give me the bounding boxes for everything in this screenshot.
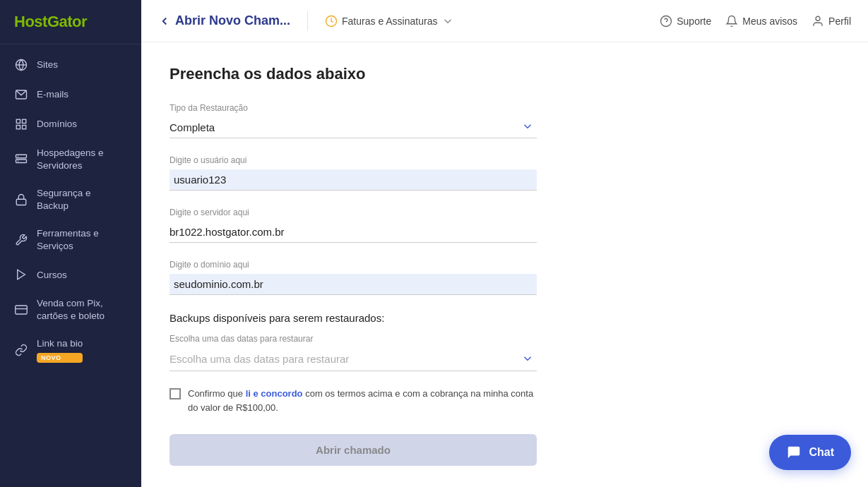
server-icon	[14, 152, 28, 167]
chat-label: Chat	[809, 446, 834, 459]
svg-rect-4	[23, 119, 26, 123]
sidebar-item-label-domains: Domínios	[37, 118, 77, 131]
back-arrow-icon	[158, 15, 171, 28]
lock-icon	[14, 193, 28, 207]
svg-rect-6	[16, 126, 20, 129]
layout-icon	[14, 117, 28, 131]
sidebar-item-label-courses: Cursos	[37, 269, 67, 282]
svg-rect-13	[16, 306, 28, 314]
servidor-group: Digite o servidor aqui	[170, 208, 537, 243]
terms-row: Confirmo que li e concordo com os termos…	[170, 387, 537, 414]
svg-point-9	[18, 155, 19, 157]
support-button[interactable]: Suporte	[660, 15, 711, 28]
sidebar-item-pix[interactable]: Venda com Pix, cartões e boleto	[0, 289, 141, 330]
sidebar-item-label-sites: Sites	[37, 59, 58, 71]
notifications-button[interactable]: Meus avisos	[725, 15, 797, 28]
billing-icon	[325, 15, 338, 28]
servidor-input[interactable]	[170, 222, 537, 242]
dominio-group: Digite o domínio aqui	[170, 260, 537, 295]
sidebar-item-hosting[interactable]: Hospedagens e Servidores	[0, 139, 141, 179]
main-content: Preencha os dados abaixo Tipo da Restaur…	[141, 42, 868, 487]
tipo-label: Tipo da Restauração	[170, 103, 537, 113]
bell-icon	[725, 15, 738, 28]
page-title: Preencha os dados abaixo	[170, 65, 840, 83]
sidebar-logo: HostGator	[0, 0, 141, 44]
tipo-group: Tipo da Restauração Completa	[170, 103, 537, 138]
play-icon	[14, 267, 28, 282]
user-icon	[811, 15, 824, 28]
servidor-input-wrap	[170, 222, 537, 243]
billing-menu[interactable]: Faturas e Assinaturas	[325, 15, 454, 28]
sidebar-item-linkbio[interactable]: Link na bio NOVO	[0, 330, 141, 371]
sidebar-item-emails[interactable]: E-mails	[0, 80, 141, 109]
date-select-inner[interactable]: Escolha uma das datas para restaurar	[170, 347, 537, 371]
svg-rect-3	[16, 119, 20, 123]
topnav: Abrir Novo Cham... Faturas e Assinaturas…	[141, 0, 868, 42]
form-section: Tipo da Restauração Completa Digite o us…	[170, 103, 537, 466]
usuario-group: Digite o usuário aqui	[170, 155, 537, 191]
sidebar-item-label-security: Segurança e Backup	[37, 187, 91, 212]
terms-link[interactable]: li e concordo	[246, 388, 303, 399]
sidebar-item-tools[interactable]: Ferramentas e Serviços	[0, 220, 141, 260]
sidebar-item-label-tools: Ferramentas e Serviços	[37, 227, 99, 252]
chat-button[interactable]: Chat	[769, 435, 851, 470]
main-area: Abrir Novo Cham... Faturas e Assinaturas…	[141, 0, 868, 487]
svg-rect-11	[16, 199, 26, 205]
chat-icon	[786, 445, 802, 460]
servidor-label: Digite o servidor aqui	[170, 208, 537, 217]
date-chevron-icon	[521, 352, 534, 365]
sidebar-item-sites[interactable]: Sites	[0, 50, 141, 80]
sidebar-nav: Sites E-mails Domínios Hospedagens e Ser…	[0, 44, 141, 487]
billing-label: Faturas e Assinaturas	[342, 16, 437, 27]
mail-icon	[14, 88, 28, 102]
dominio-input[interactable]	[170, 274, 537, 294]
profile-button[interactable]: Perfil	[811, 15, 851, 28]
usuario-label: Digite o usuário aqui	[170, 155, 537, 165]
profile-label: Perfil	[828, 16, 851, 27]
dominio-input-wrap	[170, 274, 537, 295]
sidebar-item-label-pix: Venda com Pix, cartões e boleto	[37, 297, 105, 322]
backups-title: Backups disponíveis para serem restaurad…	[170, 312, 537, 324]
topnav-title: Abrir Novo Cham...	[175, 13, 290, 28]
topnav-right: Suporte Meus avisos Perfil	[660, 15, 851, 28]
creditcard-icon	[14, 303, 28, 317]
sidebar-item-domains[interactable]: Domínios	[0, 109, 141, 139]
back-button[interactable]: Abrir Novo Cham...	[158, 13, 290, 28]
terms-text: Confirmo que li e concordo com os termos…	[188, 387, 537, 414]
billing-chevron-icon	[441, 15, 454, 28]
submit-button[interactable]: Abrir chamado	[170, 434, 537, 466]
sidebar-item-label-hosting: Hospedagens e Servidores	[37, 147, 104, 172]
usuario-input-wrap	[170, 169, 537, 191]
svg-rect-5	[23, 126, 26, 129]
sidebar-item-security[interactable]: Segurança e Backup	[0, 179, 141, 220]
notifications-label: Meus avisos	[742, 16, 797, 27]
sidebar: HostGator Sites E-mails Domínios	[0, 0, 141, 487]
svg-point-10	[18, 160, 19, 162]
submit-btn-wrap: Abrir chamado	[170, 434, 537, 466]
support-icon	[660, 15, 672, 28]
svg-point-16	[661, 16, 672, 26]
terms-checkbox[interactable]	[170, 388, 181, 399]
novo-badge: NOVO	[37, 353, 83, 363]
tipo-select[interactable]: Completa	[170, 117, 537, 138]
svg-point-18	[816, 16, 820, 20]
sidebar-item-label-emails: E-mails	[37, 88, 69, 101]
tipo-select-wrap: Completa	[170, 117, 537, 138]
link-icon	[14, 343, 28, 357]
date-select-wrap[interactable]: Escolha uma das datas para restaurar Esc…	[170, 334, 537, 371]
svg-marker-12	[18, 270, 25, 280]
date-select-label: Escolha uma das datas para restaurar	[170, 334, 537, 344]
dominio-label: Digite o domínio aqui	[170, 260, 537, 270]
usuario-input[interactable]	[170, 169, 537, 190]
support-label: Suporte	[677, 16, 711, 27]
date-select-placeholder: Escolha uma das datas para restaurar	[170, 353, 349, 365]
globe-icon	[14, 58, 28, 72]
topnav-divider	[307, 11, 308, 31]
sidebar-item-courses[interactable]: Cursos	[0, 260, 141, 289]
tool-icon	[14, 233, 28, 247]
sidebar-item-label-linkbio: Link na bio	[37, 337, 83, 350]
